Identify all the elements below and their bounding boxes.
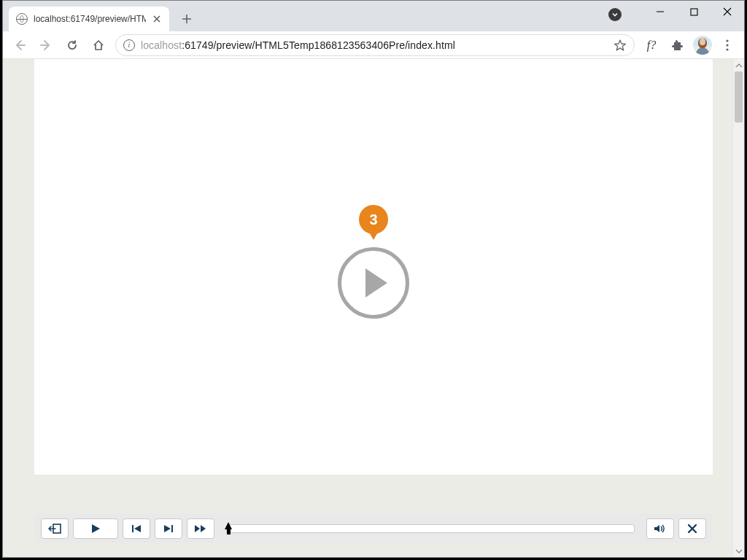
fast-forward-button[interactable] [187, 518, 214, 539]
cc-close-button[interactable] [678, 518, 706, 539]
player-bar [35, 514, 712, 543]
toolbar: i localhost:61749/preview/HTML5Temp18681… [3, 31, 744, 59]
page-viewport: 3 [3, 59, 744, 557]
svg-rect-5 [132, 525, 133, 532]
svg-point-3 [726, 48, 728, 50]
titlebar: localhost:61749/preview/HTML5T [3, 1, 744, 31]
previous-button[interactable] [123, 518, 150, 539]
fq-extension-icon[interactable]: f? [639, 34, 664, 56]
minimize-button[interactable] [643, 1, 677, 23]
slide-canvas: 3 [34, 59, 713, 475]
video-play-button[interactable] [338, 247, 409, 319]
svg-point-1 [726, 39, 728, 42]
vertical-scrollbar[interactable] [732, 59, 744, 557]
volume-button[interactable] [646, 518, 674, 539]
exit-button[interactable] [41, 518, 69, 539]
play-icon [365, 268, 387, 298]
home-button[interactable] [86, 34, 111, 56]
address-bar[interactable]: i localhost:61749/preview/HTML5Temp18681… [115, 34, 635, 56]
tab-title: localhost:61749/preview/HTML5T [34, 14, 146, 24]
back-button[interactable] [7, 34, 32, 56]
play-button[interactable] [73, 518, 118, 539]
chrome-menu-icon[interactable] [715, 34, 740, 56]
profile-avatar[interactable] [693, 36, 712, 55]
svg-point-2 [726, 44, 728, 46]
annotation-marker[interactable]: 3 [359, 205, 388, 234]
next-button[interactable] [155, 518, 182, 539]
maximize-button[interactable] [677, 1, 711, 23]
browser-tab[interactable]: localhost:61749/preview/HTML5T [9, 7, 169, 31]
bookmark-icon[interactable] [614, 39, 627, 52]
globe-icon [16, 13, 28, 25]
tab-close-icon[interactable] [152, 14, 162, 24]
url-text: localhost:61749/preview/HTML5Temp1868123… [141, 39, 455, 51]
reload-button[interactable] [60, 34, 85, 56]
scroll-thumb[interactable] [735, 71, 743, 122]
window-controls [643, 1, 744, 23]
window-close-button[interactable] [711, 1, 744, 23]
progress-bar[interactable] [226, 524, 635, 533]
site-info-icon[interactable]: i [123, 39, 135, 51]
new-tab-button[interactable] [177, 9, 197, 29]
forward-button[interactable] [34, 34, 58, 56]
extensions-icon[interactable] [665, 34, 690, 56]
scroll-up-icon[interactable] [733, 59, 744, 71]
tab-search-icon[interactable] [608, 8, 622, 21]
svg-rect-6 [171, 525, 173, 532]
annotation-marker-label: 3 [369, 211, 377, 228]
scroll-down-icon[interactable] [733, 545, 744, 557]
svg-rect-0 [691, 9, 697, 15]
browser-window: localhost:61749/preview/HTML5T [2, 0, 745, 558]
